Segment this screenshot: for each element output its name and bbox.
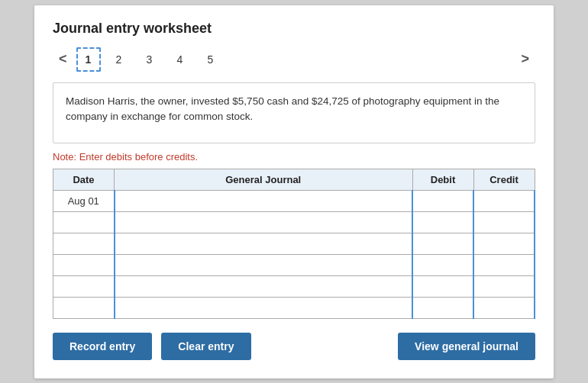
credit-field-1[interactable] (474, 212, 534, 233)
prev-page-button[interactable]: < (53, 48, 73, 70)
journal-field-4[interactable] (115, 276, 412, 297)
credit-input-3[interactable] (473, 254, 535, 275)
debit-field-4[interactable] (413, 276, 473, 297)
credit-input-5[interactable] (473, 297, 535, 318)
header-journal: General Journal (115, 169, 413, 190)
description-text: Madison Harris, the owner, invested $5,7… (66, 95, 499, 122)
journal-input-0[interactable] (115, 190, 413, 211)
journal-field-2[interactable] (115, 233, 412, 254)
record-entry-button[interactable]: Record entry (53, 333, 152, 360)
journal-input-3[interactable] (115, 254, 413, 275)
date-cell-5 (53, 297, 115, 318)
table-row (53, 233, 535, 254)
debit-field-3[interactable] (413, 255, 473, 275)
page-3[interactable]: 3 (137, 47, 162, 72)
debit-input-2[interactable] (412, 233, 473, 254)
credit-field-3[interactable] (474, 255, 534, 275)
date-cell-4 (53, 275, 115, 297)
table-row (53, 297, 535, 318)
debit-input-1[interactable] (412, 211, 473, 233)
debit-input-3[interactable] (412, 254, 473, 275)
debit-field-1[interactable] (413, 212, 473, 233)
date-cell-0: Aug 01 (53, 190, 115, 211)
credit-input-1[interactable] (473, 211, 535, 233)
journal-input-2[interactable] (115, 233, 413, 254)
table-row (53, 254, 535, 275)
debit-input-0[interactable] (412, 190, 473, 211)
header-date: Date (53, 169, 115, 190)
page-5[interactable]: 5 (199, 47, 223, 72)
date-cell-1 (53, 211, 115, 233)
debit-input-4[interactable] (412, 275, 473, 297)
pagination: < 1 2 3 4 5 > (53, 47, 535, 72)
page-title: Journal entry worksheet (53, 21, 535, 37)
description-box: Madison Harris, the owner, invested $5,7… (53, 82, 535, 143)
debit-field-2[interactable] (413, 233, 473, 254)
journal-field-5[interactable] (115, 298, 412, 318)
debit-input-5[interactable] (412, 297, 473, 318)
journal-field-3[interactable] (115, 255, 412, 275)
page-2[interactable]: 2 (107, 47, 131, 72)
journal-input-1[interactable] (115, 211, 413, 233)
journal-input-5[interactable] (115, 297, 413, 318)
credit-field-4[interactable] (474, 276, 534, 297)
journal-table: Date General Journal Debit Credit Aug 01 (53, 169, 535, 319)
journal-card: Journal entry worksheet < 1 2 3 4 5 > Ma… (34, 5, 554, 378)
header-credit: Credit (473, 169, 535, 190)
clear-entry-button[interactable]: Clear entry (161, 333, 250, 360)
debit-field-0[interactable] (413, 191, 473, 211)
button-row: Record entry Clear entry View general jo… (53, 333, 535, 360)
table-row (53, 211, 535, 233)
page-4[interactable]: 4 (168, 47, 192, 72)
header-debit: Debit (412, 169, 473, 190)
next-page-button[interactable]: > (515, 48, 535, 70)
page-1[interactable]: 1 (76, 47, 101, 72)
date-cell-3 (53, 254, 115, 275)
credit-field-2[interactable] (474, 233, 534, 254)
view-journal-button[interactable]: View general journal (398, 333, 535, 360)
debit-field-5[interactable] (413, 298, 473, 318)
table-row: Aug 01 (53, 190, 535, 211)
journal-field-1[interactable] (115, 212, 412, 233)
table-row (53, 275, 535, 297)
credit-input-0[interactable] (473, 190, 535, 211)
credit-field-5[interactable] (474, 298, 534, 318)
credit-field-0[interactable] (474, 191, 534, 211)
date-cell-2 (53, 233, 115, 254)
note-text: Note: Enter debits before credits. (53, 151, 535, 163)
credit-input-2[interactable] (473, 233, 535, 254)
journal-input-4[interactable] (115, 275, 413, 297)
journal-field-0[interactable] (115, 191, 412, 211)
credit-input-4[interactable] (473, 275, 535, 297)
